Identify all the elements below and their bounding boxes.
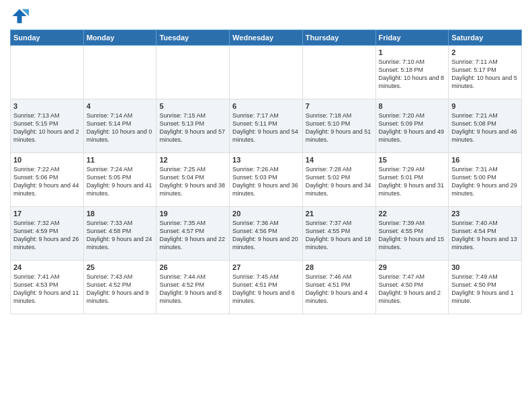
calendar-cell [230, 46, 303, 99]
cell-text: Sunrise: 7:24 AM [87, 165, 154, 173]
calendar-cell [83, 46, 157, 99]
calendar-cell: 6Sunrise: 7:17 AMSunset: 5:11 PMDaylight… [230, 99, 303, 153]
cell-text: Sunrise: 7:49 AM [451, 273, 519, 281]
cell-text: Sunset: 4:50 PM [379, 281, 446, 289]
calendar-cell: 15Sunrise: 7:29 AMSunset: 5:01 PMDayligh… [375, 153, 449, 207]
cell-text: Sunrise: 7:15 AM [159, 111, 226, 120]
cell-text: Sunrise: 7:28 AM [306, 165, 373, 173]
day-number: 2 [451, 48, 519, 56]
day-number: 7 [306, 102, 373, 110]
cell-text: Sunset: 4:52 PM [159, 281, 226, 289]
cell-text: Daylight: 9 hours and 4 minutes. [306, 289, 373, 305]
cell-text: Sunset: 4:57 PM [159, 227, 226, 235]
calendar-cell: 20Sunrise: 7:36 AMSunset: 4:56 PMDayligh… [230, 207, 303, 261]
cell-text: Daylight: 9 hours and 38 minutes. [159, 181, 226, 197]
cell-text: Daylight: 9 hours and 24 minutes. [87, 235, 154, 251]
day-number: 22 [379, 210, 446, 218]
day-number: 15 [379, 156, 446, 164]
day-number: 26 [159, 263, 226, 271]
calendar-cell [302, 46, 375, 99]
cell-text: Daylight: 9 hours and 41 minutes. [87, 181, 154, 197]
header-row: SundayMondayTuesdayWednesdayThursdayFrid… [11, 30, 522, 46]
day-number: 29 [379, 263, 446, 271]
calendar-row: 10Sunrise: 7:22 AMSunset: 5:06 PMDayligh… [11, 153, 522, 207]
cell-text: Sunrise: 7:44 AM [159, 273, 226, 281]
cell-text: Daylight: 9 hours and 46 minutes. [451, 128, 519, 144]
cell-text: Sunset: 5:17 PM [451, 66, 519, 74]
cell-text: Sunset: 4:51 PM [232, 281, 300, 289]
cell-text: Daylight: 10 hours and 8 minutes. [379, 74, 446, 90]
day-number: 20 [232, 210, 300, 218]
cell-text: Sunset: 5:11 PM [232, 120, 300, 128]
cell-text: Sunset: 5:14 PM [87, 120, 154, 128]
cell-text: Daylight: 9 hours and 18 minutes. [306, 235, 373, 251]
header-day: Sunday [11, 30, 84, 46]
cell-text: Sunset: 5:00 PM [451, 173, 519, 181]
cell-text: Daylight: 9 hours and 22 minutes. [159, 235, 226, 251]
cell-text: Sunset: 4:52 PM [87, 281, 154, 289]
day-number: 11 [87, 156, 154, 164]
cell-text: Sunrise: 7:14 AM [87, 111, 154, 120]
logo-icon [10, 7, 29, 26]
day-number: 9 [451, 102, 519, 110]
calendar-cell: 13Sunrise: 7:26 AMSunset: 5:03 PMDayligh… [230, 153, 303, 207]
cell-text: Sunrise: 7:29 AM [379, 165, 446, 173]
cell-text: Daylight: 9 hours and 36 minutes. [232, 181, 300, 197]
day-number: 8 [379, 102, 446, 110]
calendar-cell: 11Sunrise: 7:24 AMSunset: 5:05 PMDayligh… [83, 153, 157, 207]
day-number: 19 [159, 210, 226, 218]
cell-text: Sunrise: 7:22 AM [13, 165, 81, 173]
cell-text: Sunset: 5:10 PM [306, 120, 373, 128]
day-number: 3 [13, 102, 81, 110]
calendar-cell [157, 46, 230, 99]
cell-text: Sunrise: 7:26 AM [232, 165, 300, 173]
cell-text: Sunset: 5:15 PM [13, 120, 81, 128]
cell-text: Sunrise: 7:36 AM [232, 219, 300, 227]
cell-text: Daylight: 10 hours and 0 minutes. [87, 128, 154, 144]
cell-text: Sunrise: 7:32 AM [13, 219, 81, 227]
cell-text: Sunrise: 7:43 AM [87, 273, 154, 281]
cell-text: Sunrise: 7:11 AM [451, 58, 519, 66]
calendar-cell: 25Sunrise: 7:43 AMSunset: 4:52 PMDayligh… [83, 261, 157, 314]
cell-text: Sunrise: 7:40 AM [451, 219, 519, 227]
calendar-cell: 4Sunrise: 7:14 AMSunset: 5:14 PMDaylight… [83, 99, 157, 153]
cell-text: Daylight: 9 hours and 44 minutes. [13, 181, 81, 197]
day-number: 21 [306, 210, 373, 218]
cell-text: Sunrise: 7:10 AM [379, 58, 446, 66]
calendar-cell: 8Sunrise: 7:20 AMSunset: 5:09 PMDaylight… [375, 99, 449, 153]
cell-text: Sunrise: 7:33 AM [87, 219, 154, 227]
calendar-row: 24Sunrise: 7:41 AMSunset: 4:53 PMDayligh… [11, 261, 522, 314]
calendar-row: 17Sunrise: 7:32 AMSunset: 4:59 PMDayligh… [11, 207, 522, 261]
header [10, 7, 522, 26]
cell-text: Daylight: 9 hours and 6 minutes. [232, 289, 300, 305]
day-number: 25 [87, 263, 154, 271]
logo [10, 7, 32, 26]
cell-text: Daylight: 9 hours and 26 minutes. [13, 235, 81, 251]
cell-text: Sunrise: 7:47 AM [379, 273, 446, 281]
day-number: 14 [306, 156, 373, 164]
header-day: Friday [375, 30, 449, 46]
day-number: 13 [232, 156, 300, 164]
header-day: Tuesday [157, 30, 230, 46]
cell-text: Sunset: 5:03 PM [232, 173, 300, 181]
cell-text: Daylight: 9 hours and 49 minutes. [379, 128, 446, 144]
cell-text: Sunset: 4:54 PM [451, 227, 519, 235]
header-day: Wednesday [230, 30, 303, 46]
day-number: 16 [451, 156, 519, 164]
calendar-cell: 21Sunrise: 7:37 AMSunset: 4:55 PMDayligh… [302, 207, 375, 261]
cell-text: Daylight: 10 hours and 2 minutes. [13, 128, 81, 144]
cell-text: Daylight: 9 hours and 29 minutes. [451, 181, 519, 197]
calendar-cell: 24Sunrise: 7:41 AMSunset: 4:53 PMDayligh… [11, 261, 84, 314]
page: SundayMondayTuesdayWednesdayThursdayFrid… [0, 0, 532, 411]
cell-text: Sunset: 4:51 PM [306, 281, 373, 289]
calendar-cell: 23Sunrise: 7:40 AMSunset: 4:54 PMDayligh… [449, 207, 522, 261]
cell-text: Daylight: 9 hours and 11 minutes. [13, 289, 81, 305]
cell-text: Sunrise: 7:31 AM [451, 165, 519, 173]
cell-text: Sunrise: 7:37 AM [306, 219, 373, 227]
cell-text: Sunset: 4:53 PM [13, 281, 81, 289]
calendar-cell: 18Sunrise: 7:33 AMSunset: 4:58 PMDayligh… [83, 207, 157, 261]
calendar-cell: 2Sunrise: 7:11 AMSunset: 5:17 PMDaylight… [449, 46, 522, 99]
day-number: 5 [159, 102, 226, 110]
cell-text: Sunset: 5:18 PM [379, 66, 446, 74]
cell-text: Daylight: 9 hours and 20 minutes. [232, 235, 300, 251]
